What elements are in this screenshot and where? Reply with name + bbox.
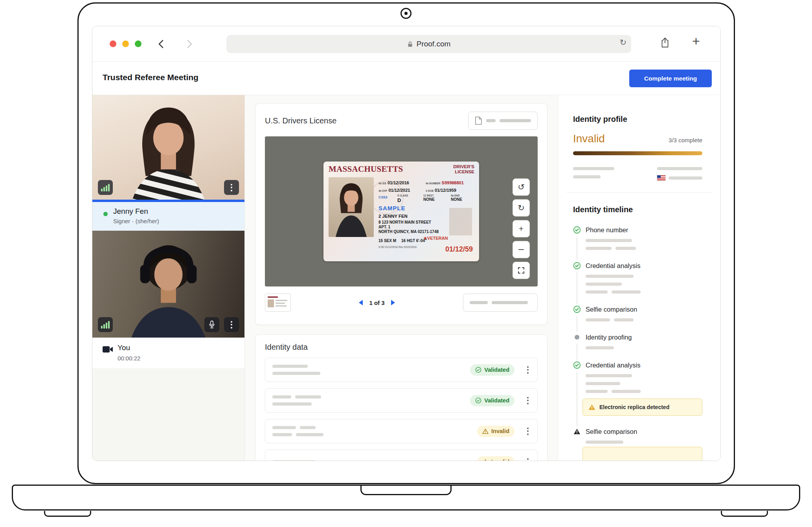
local-participant-label: You 00:00:22 xyxy=(92,338,244,368)
license-doc-type: DRIVER'S LICENSE xyxy=(453,164,474,174)
participant-name: Jenny Fen xyxy=(113,207,148,216)
page-navigation: 1 of 3 xyxy=(291,299,463,306)
license-ghost-photo xyxy=(449,208,472,235)
license-portrait xyxy=(329,177,374,237)
local-video-menu-button[interactable] xyxy=(224,317,239,332)
status-badge: Invalid xyxy=(477,426,514,437)
field-placeholder xyxy=(657,167,702,170)
chevron-left-icon xyxy=(157,39,165,49)
browser-window: Proof.com ↻ + Trusted Referee Meeting Co… xyxy=(92,26,721,461)
license-state: MASSACHUSETTS xyxy=(329,164,403,174)
license-address-line3: NORTH QUINCY, MA 02171-1748 xyxy=(378,230,439,234)
warning-triangle-icon xyxy=(482,428,489,434)
license-address-line2: APT. 1 xyxy=(378,225,390,229)
identity-timeline-section: Identity timeline Phone number xyxy=(558,193,720,461)
new-tab-button[interactable]: + xyxy=(692,34,700,48)
next-page-button[interactable] xyxy=(391,300,395,305)
identity-data-title: Identity data xyxy=(265,343,308,352)
laptop-foot-right xyxy=(721,511,768,517)
identity-data-card: Identity data Validated xyxy=(255,334,547,461)
profile-progress-bar xyxy=(573,151,702,155)
document-title: U.S. Drivers License xyxy=(265,116,336,125)
status-badge: Invalid xyxy=(477,456,514,461)
remote-video-menu-button[interactable] xyxy=(224,180,239,195)
check-circle-icon xyxy=(475,367,481,373)
address-bar[interactable]: Proof.com ↻ xyxy=(226,35,631,53)
timeline-item: Selfie comparison xyxy=(573,305,702,321)
warning-filled-icon xyxy=(588,404,595,410)
us-flag-icon xyxy=(657,175,665,180)
row-menu-button[interactable] xyxy=(525,365,530,375)
drivers-license-image: MASSACHUSETTS DRIVER'S LICENSE xyxy=(323,162,479,261)
complete-meeting-button[interactable]: Complete meeting xyxy=(629,70,712,87)
close-window-button[interactable] xyxy=(110,40,116,47)
identity-data-row: Invalid xyxy=(265,419,538,443)
viewer-secondary-button[interactable] xyxy=(463,294,538,312)
laptop-mockup: Proof.com ↻ + Trusted Referee Meeting Co… xyxy=(0,0,812,527)
lock-icon xyxy=(407,41,413,48)
page-thumbnail[interactable] xyxy=(265,294,291,312)
row-menu-button[interactable] xyxy=(525,457,530,461)
document-action-button[interactable] xyxy=(468,112,538,130)
license-endorsements: 9a ENDNONE xyxy=(451,194,462,202)
remote-video-tile xyxy=(92,95,244,202)
refresh-icon[interactable]: ↻ xyxy=(619,38,626,47)
connection-quality-indicator xyxy=(98,180,113,195)
back-button[interactable] xyxy=(154,37,168,51)
forward-button[interactable] xyxy=(183,37,196,51)
timeline-item: Selfie comparison xyxy=(573,428,702,461)
timeline-item: Phone number xyxy=(573,226,702,250)
label-placeholder xyxy=(492,301,528,304)
main-panel: U.S. Drivers License xyxy=(245,95,558,461)
participant-name: You xyxy=(118,343,130,352)
warning-triangle-icon xyxy=(482,459,489,461)
identity-data-row: Validated xyxy=(265,358,538,382)
kebab-menu-icon xyxy=(231,321,232,329)
expand-icon xyxy=(518,267,525,274)
identity-sidebar: Identity profile Invalid 3/3 complete xyxy=(558,95,720,461)
chevron-right-icon xyxy=(185,39,194,49)
row-menu-button[interactable] xyxy=(525,426,530,437)
license-code: CS53 xyxy=(378,195,388,199)
zoom-out-button[interactable]: − xyxy=(513,241,530,258)
warning-dark-icon xyxy=(573,428,581,435)
profile-status: Invalid xyxy=(573,132,605,145)
identity-data-row: Invalid xyxy=(265,450,538,461)
license-class: 5 CLASSD xyxy=(397,194,408,203)
minimize-window-button[interactable] xyxy=(122,40,129,47)
document-icon xyxy=(475,116,482,125)
license-dd-number: 5 DD 01/12/2016 Rev 02/22/2016 xyxy=(378,246,417,248)
local-participant-image xyxy=(92,231,244,338)
zoom-window-button[interactable] xyxy=(135,40,141,47)
remote-participant-image xyxy=(92,95,244,202)
timeline-item: Identity proofing xyxy=(573,333,702,349)
video-panel: Jenny Fen Signer · (she/her) xyxy=(92,95,245,461)
laptop-foot-left xyxy=(44,511,91,517)
online-status-dot xyxy=(103,212,108,216)
field-placeholder xyxy=(573,175,601,178)
license-address-line1: 8 123 NORTH MAIN STREET xyxy=(378,220,431,224)
profile-summary-placeholders xyxy=(573,167,702,180)
page-indicator: 1 of 3 xyxy=(369,299,384,306)
license-expiry-date: 4b EXP01/12/2021 xyxy=(378,186,410,193)
rotate-right-button[interactable]: ↻ xyxy=(513,199,530,217)
timeline-alert: Electronic replica detected xyxy=(582,398,702,416)
microphone-button[interactable] xyxy=(204,317,219,332)
check-circle-icon xyxy=(573,305,581,313)
license-holder-name: 2 JENNY FEN xyxy=(378,214,408,219)
check-circle-icon xyxy=(573,262,581,270)
timeline-alert-text: Electronic replica detected xyxy=(599,404,669,410)
field-placeholder xyxy=(272,365,308,368)
signal-bars-icon xyxy=(101,321,110,329)
row-menu-button[interactable] xyxy=(525,395,530,406)
connection-quality-indicator xyxy=(98,317,113,332)
window-controls xyxy=(110,40,141,47)
identity-timeline-title: Identity timeline xyxy=(573,205,702,214)
previous-page-button[interactable] xyxy=(359,300,363,305)
timeline-item: Credential analysis xyxy=(573,262,702,294)
fullscreen-button[interactable] xyxy=(513,262,530,279)
rotate-left-button[interactable]: ↺ xyxy=(513,178,530,196)
share-button[interactable] xyxy=(660,37,670,50)
zoom-in-button[interactable]: + xyxy=(513,220,530,237)
license-height: 16 HGT 6'-04" xyxy=(401,239,427,243)
